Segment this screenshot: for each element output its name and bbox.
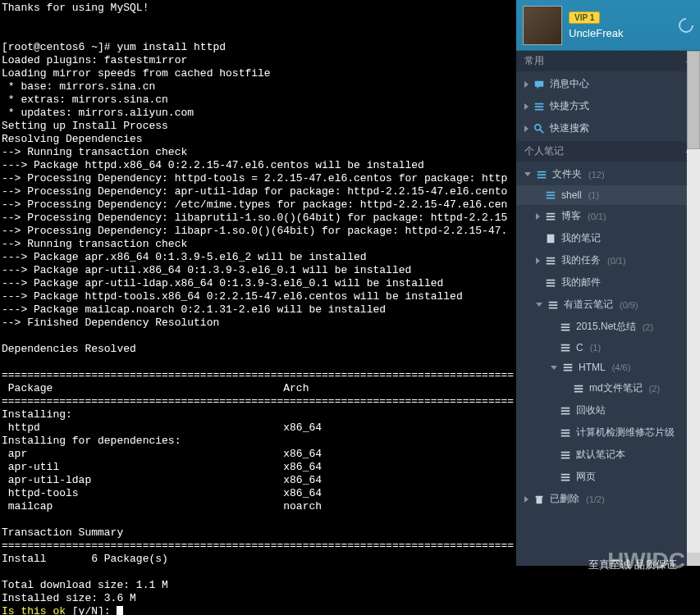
note-icon <box>547 299 559 311</box>
prompt-question-yellow: Is this ok <box>2 605 66 615</box>
item-web[interactable]: 网页 <box>516 466 700 488</box>
scrollbar-thumb[interactable] <box>687 51 700 149</box>
personal-tree: 文件夹 (12) shell (1) 博客 (0/1) 我的笔记 我的任务 (0… <box>516 162 700 512</box>
item-folders[interactable]: 文件夹 (12) <box>516 163 700 185</box>
item-shortcut[interactable]: 快捷方式 <box>516 95 700 117</box>
arrow-icon <box>536 257 540 264</box>
item-deleted[interactable]: 已删除 (1/2) <box>516 488 700 510</box>
item-html[interactable]: HTML (4/6) <box>516 358 700 377</box>
note-icon <box>560 405 571 417</box>
folder-icon <box>536 169 547 180</box>
arrow-icon <box>536 213 540 220</box>
note-icon <box>560 427 571 439</box>
user-header: VIP 1 UncleFreak <box>516 0 700 51</box>
sidebar: VIP 1 UncleFreak 常用 − 消息中心 快捷方式 快速搜索 个人笔… <box>516 0 700 566</box>
list-icon <box>533 101 545 112</box>
note-icon <box>560 472 571 483</box>
note-icon <box>573 383 584 394</box>
common-tree: 消息中心 快捷方式 快速搜索 <box>516 71 700 141</box>
arrow-icon <box>524 103 528 110</box>
note-icon <box>560 449 571 461</box>
note-icon <box>560 342 571 353</box>
section-personal: 个人笔记 − <box>516 141 700 162</box>
note-icon <box>545 255 556 266</box>
arrow-icon <box>524 81 528 88</box>
item-default[interactable]: 默认笔记本 <box>516 444 700 466</box>
terminal-text: Thanks for using MySQL! [root@centos6 ~]… <box>2 2 514 604</box>
arrow-icon <box>524 496 528 503</box>
note-icon <box>545 211 556 222</box>
note-icon <box>545 277 556 289</box>
sync-icon[interactable] <box>675 15 696 35</box>
footer-text: 至真至诚 品质保证 <box>588 558 677 572</box>
scrollbar-down-icon[interactable]: ▾ <box>687 553 700 566</box>
avatar[interactable] <box>523 6 562 45</box>
section-common: 常用 − <box>516 51 700 71</box>
message-icon <box>533 79 545 90</box>
username: UncleFreak <box>569 27 672 39</box>
item-recycle[interactable]: 回收站 <box>516 399 700 421</box>
doc-icon <box>545 233 556 244</box>
item-message-center[interactable]: 消息中心 <box>516 73 700 95</box>
arrow-icon <box>536 303 542 307</box>
svg-point-0 <box>535 124 541 130</box>
item-mytasks[interactable]: 我的任务 (0/1) <box>516 249 700 271</box>
item-mymail[interactable]: 我的邮件 <box>516 271 700 294</box>
item-2015net[interactable]: 2015.Net总结 (2) <box>516 316 700 338</box>
item-mynotes[interactable]: 我的笔记 <box>516 227 700 249</box>
search-icon <box>533 123 545 134</box>
item-computer[interactable]: 计算机检测维修芯片级 <box>516 421 700 444</box>
terminal-output[interactable]: Thanks for using MySQL! [root@centos6 ~]… <box>0 0 516 615</box>
prompt-rest: [y/N]: <box>66 605 117 615</box>
cursor <box>117 606 123 615</box>
item-quick-search[interactable]: 快速搜索 <box>516 117 700 139</box>
note-icon <box>562 362 574 373</box>
user-info: VIP 1 UncleFreak <box>569 11 672 39</box>
item-youdao[interactable]: 有道云笔记 (0/9) <box>516 294 700 316</box>
item-c[interactable]: C (1) <box>516 338 700 358</box>
note-icon <box>560 321 571 333</box>
vip-badge: VIP 1 <box>569 11 600 24</box>
arrow-icon <box>551 366 557 370</box>
item-blog[interactable]: 博客 (0/1) <box>516 205 700 227</box>
arrow-icon <box>524 172 531 176</box>
scrollbar[interactable]: ▾ <box>687 51 700 566</box>
note-icon <box>545 189 556 201</box>
arrow-icon <box>524 125 528 132</box>
item-mdnote[interactable]: md文件笔记 (2) <box>516 377 700 399</box>
svg-rect-1 <box>547 234 555 243</box>
trash-icon <box>533 494 545 505</box>
item-shell[interactable]: shell (1) <box>516 185 700 205</box>
